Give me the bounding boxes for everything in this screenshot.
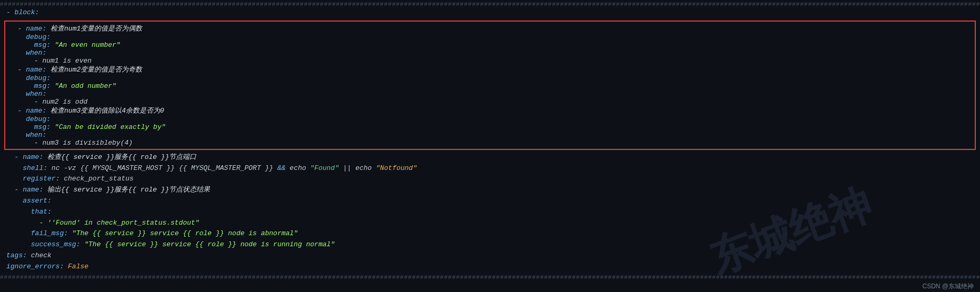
- bottom-border: ########################################…: [0, 274, 980, 280]
- status-bar: CSDN @东城绝神: [916, 281, 980, 292]
- block-item-3: - name: 检查num3变量的值除以4余数是否为0 debug: msg: …: [9, 106, 971, 147]
- tags-line: tags: check ignore_errors: False: [6, 250, 974, 273]
- task-check-port: - name: 检查{{ service }}服务{{ role }}节点端口 …: [6, 152, 974, 185]
- block-item-1: - name: 检查num1变量的值是否为偶数 debug: msg: "An …: [9, 24, 971, 65]
- code-container: ########################################…: [0, 0, 980, 292]
- extra-tasks: - name: 检查{{ service }}服务{{ role }}节点端口 …: [0, 151, 980, 274]
- block-item-2: - name: 检查num2变量的值是否为奇数 debug: msg: "An …: [9, 65, 971, 106]
- highlighted-block: - name: 检查num1变量的值是否为偶数 debug: msg: "An …: [4, 21, 976, 150]
- block-label: - block:: [0, 6, 980, 19]
- top-border: ########################################…: [0, 2, 980, 6]
- task-output-result: - name: 输出{{ service }}服务{{ role }}节点状态结…: [6, 185, 974, 250]
